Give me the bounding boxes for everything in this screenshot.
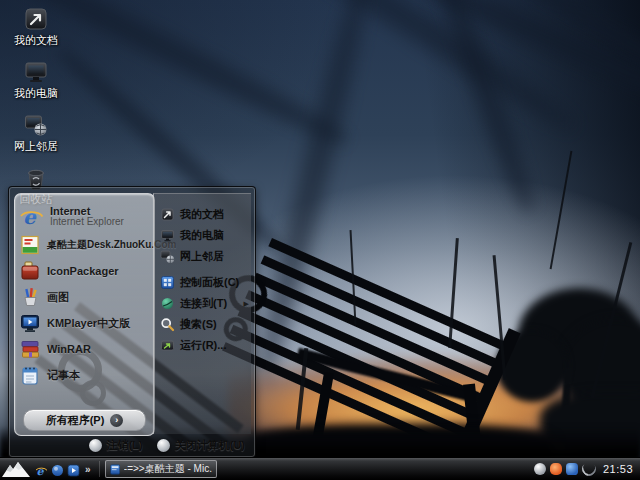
run-icon (160, 338, 175, 353)
log-off-icon (89, 439, 102, 452)
quick-launch-bar: e » (32, 463, 96, 476)
all-programs-label: 所有程序(P) (46, 413, 105, 428)
all-programs-button[interactable]: 所有程序(P) › (23, 409, 146, 431)
start-menu-places-panel: 我的文档 我的电脑 网上邻居 (153, 193, 251, 434)
browser-window-icon (110, 464, 120, 475)
turn-off-computer-button[interactable]: 关闭计算机(U) (157, 438, 245, 453)
tray-input-method-icon[interactable] (579, 459, 599, 479)
desktop-icon-label: 我的电脑 (4, 87, 68, 99)
start-menu-item-search[interactable]: 搜索(S) (154, 314, 251, 335)
turn-off-label: 关闭计算机(U) (175, 438, 245, 453)
my-documents-icon (23, 6, 49, 32)
desktop-icon-label: 我的文档 (4, 34, 68, 46)
start-menu-footer: 注销(L) 关闭计算机(U) (89, 436, 245, 454)
zhuoku-theme-icon (19, 234, 41, 256)
network-places-small-icon (160, 249, 175, 264)
start-menu-item-label: IconPackager (47, 265, 119, 277)
all-programs-arrow-icon: › (110, 414, 123, 427)
desktop-icon-my-computer[interactable]: 我的电脑 (4, 59, 68, 99)
desktop-icon-my-documents[interactable]: 我的文档 (4, 6, 68, 46)
taskbar-window-button[interactable]: -=>>桌酷主题 - Mic... (105, 460, 217, 478)
start-menu-pinned-panel: e Internet Internet Explorer 桌酷主题Desk.Zh… (14, 193, 155, 436)
my-computer-small-icon (160, 228, 175, 243)
iconpackager-icon (19, 260, 41, 282)
turn-off-icon (157, 439, 170, 452)
taskbar-window-title: -=>>桌酷主题 - Mic... (124, 462, 212, 476)
start-menu-item-notepad[interactable]: 记事本 (15, 362, 154, 388)
desktop-icon-network-places[interactable]: 网上邻居 (4, 112, 68, 152)
start-menu-item-control-panel[interactable]: 控制面板(C) (154, 272, 251, 293)
start-menu-item-winrar[interactable]: WinRAR (15, 336, 154, 362)
start-menu-item-run[interactable]: 运行(R)... (154, 335, 251, 356)
start-menu-item-internet[interactable]: e Internet Internet Explorer (15, 200, 154, 232)
start-menu-item-zhuoku-theme[interactable]: 桌酷主题Desk.ZhuoKu.Com (15, 232, 154, 258)
start-menu-item-label: 搜索(S) (180, 317, 217, 332)
notepad-icon (19, 364, 41, 386)
start-menu-item-label: 我的文档 (180, 207, 224, 222)
start-menu-item-network-places[interactable]: 网上邻居 (154, 246, 251, 267)
start-menu-item-paint[interactable]: 画图 (15, 284, 154, 310)
quick-launch-chevron-icon[interactable]: » (83, 464, 93, 475)
start-menu-item-my-computer[interactable]: 我的电脑 (154, 225, 251, 246)
control-panel-icon (160, 275, 175, 290)
start-menu-item-label: 连接到(T) (180, 296, 227, 311)
wallpaper-grass-spike (550, 151, 573, 270)
kmplayer-icon (19, 312, 41, 334)
search-icon (160, 317, 175, 332)
start-menu-item-label: 控制面板(C) (180, 275, 239, 290)
tray-moon-icon[interactable] (534, 463, 546, 475)
start-menu-item-label: 记事本 (47, 368, 80, 383)
media-player-icon[interactable] (67, 463, 80, 476)
log-off-button[interactable]: 注销(L) (89, 438, 143, 453)
paint-icon (19, 286, 41, 308)
desktop-icon-label: 网上邻居 (4, 140, 68, 152)
start-menu-item-connect-to[interactable]: 连接到(T) ▶ (154, 293, 251, 314)
system-tray: 21:53 (534, 462, 640, 476)
ie-quicklaunch-icon[interactable]: e (35, 463, 48, 476)
submenu-arrow-icon: ▶ (244, 300, 249, 308)
start-menu-item-label: 网上邻居 (180, 249, 224, 264)
winrar-icon (19, 338, 41, 360)
start-menu-item-label: WinRAR (47, 343, 91, 355)
start-menu-item-label: 运行(R)... (180, 338, 226, 353)
start-button[interactable] (0, 458, 32, 480)
connect-to-icon (160, 296, 175, 311)
start-menu-item-kmplayer[interactable]: KMPlayer中文版 (15, 310, 154, 336)
start-button-mountain-icon (1, 460, 31, 478)
svg-text:e: e (37, 465, 45, 477)
my-documents-small-icon (160, 207, 175, 222)
start-menu: e Internet Internet Explorer 桌酷主题Desk.Zh… (8, 186, 256, 458)
internet-explorer-icon: e (19, 204, 44, 229)
tray-messenger-blue-icon[interactable] (566, 463, 578, 475)
network-places-icon (23, 112, 49, 138)
start-menu-item-my-documents[interactable]: 我的文档 (154, 204, 251, 225)
taskbar-clock[interactable]: 21:53 (603, 463, 633, 475)
log-off-label: 注销(L) (107, 438, 143, 453)
start-menu-item-label: KMPlayer中文版 (47, 316, 130, 331)
svg-text:e: e (23, 205, 37, 229)
start-menu-item-sublabel: Internet Explorer (50, 217, 124, 227)
start-menu-item-label: 画图 (47, 290, 69, 305)
taskbar-separator (99, 461, 100, 477)
my-computer-icon (23, 59, 49, 85)
show-desktop-icon[interactable] (51, 463, 64, 476)
tray-messenger-orange-icon[interactable] (550, 463, 562, 475)
start-menu-item-label: 我的电脑 (180, 228, 224, 243)
taskbar: e » -=>>桌酷主题 - Mic... (0, 457, 640, 480)
start-menu-item-iconpackager[interactable]: IconPackager (15, 258, 154, 284)
